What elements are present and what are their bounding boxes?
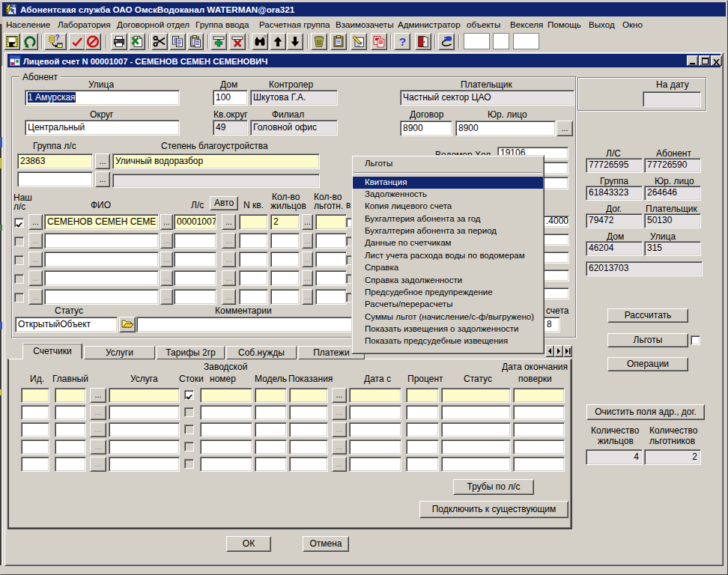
svg-text:?: ? bbox=[399, 35, 406, 48]
svg-text:?: ? bbox=[263, 34, 266, 40]
svg-text:F1: F1 bbox=[379, 41, 382, 44]
svg-text:?: ? bbox=[55, 34, 60, 42]
